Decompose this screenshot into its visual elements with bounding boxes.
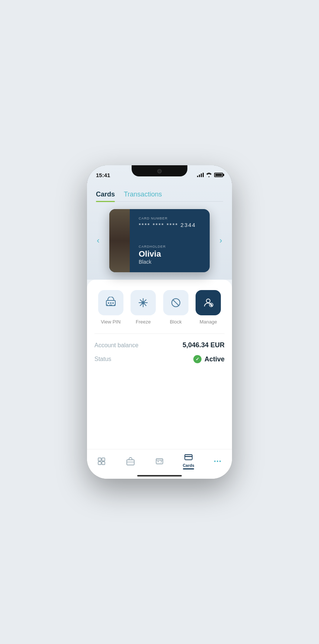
tabs-container: Cards Transactions [87,182,232,201]
carousel-next-button[interactable]: › [213,233,228,248]
card-number-section: CARD NUMBER **** **** **** 2344 [139,217,201,228]
nav-cards-label: Cards [183,463,194,468]
svg-point-30 [217,461,218,462]
status-time: 15:41 [96,169,110,178]
manage-icon [202,297,214,309]
svg-point-2 [110,302,112,304]
top-section: Cards Transactions ‹ CARD NUMBER **** **… [87,165,232,280]
nav-briefcase[interactable] [116,457,145,466]
nav-transfer[interactable] [145,457,174,466]
nav-active-indicator [183,468,194,469]
svg-rect-20 [102,458,105,461]
phone-frame: 15:41 [87,165,232,479]
block-label: Block [170,319,182,325]
status-dot-icon [193,355,202,363]
card-holder-first-name: Olivia [139,249,201,259]
nav-more[interactable] [203,457,232,466]
card-stripe [109,209,130,272]
tab-transactions[interactable]: Transactions [124,188,162,201]
card-number-label: CARD NUMBER [139,217,201,220]
freeze-icon-wrap [130,290,156,315]
card-number: **** **** **** 2344 [139,222,201,228]
balance-row: Account balance 5,046.34 EUR [94,341,225,349]
credit-card[interactable]: CARD NUMBER **** **** **** 2344 CARDHOLD… [109,209,210,272]
svg-rect-23 [127,460,134,465]
view-pin-button[interactable]: View PIN [98,290,123,325]
svg-point-18 [210,304,212,306]
svg-line-13 [173,300,179,306]
card-holder-section: CARDHOLDER Olivia Black [139,245,201,265]
balance-label: Account balance [94,342,138,349]
camera [157,169,162,173]
svg-point-1 [108,302,109,304]
carousel-prev-button[interactable]: ‹ [91,233,106,248]
view-pin-icon-wrap [98,290,123,315]
svg-rect-25 [156,459,163,464]
battery-icon [214,173,223,177]
svg-rect-22 [102,462,105,465]
block-button[interactable]: Block [163,290,188,325]
briefcase-icon [126,457,135,466]
action-buttons-row: View PIN Freeze [94,290,225,325]
view-pin-icon [105,297,117,309]
status-icons [197,170,223,177]
status-label: Status [94,356,111,362]
card-content: CARD NUMBER **** **** **** 2344 CARDHOLD… [139,217,201,265]
svg-point-29 [214,461,216,462]
bottom-nav: Cards [87,449,232,479]
cards-nav-icon [184,453,193,462]
svg-point-31 [219,461,221,462]
card-holder-label: CARDHOLDER [139,245,201,248]
divider [94,334,225,334]
svg-point-14 [206,299,210,303]
manage-button[interactable]: Manage [196,290,221,325]
freeze-icon [137,297,149,309]
tab-cards[interactable]: Cards [96,188,115,201]
svg-point-3 [112,302,114,304]
signal-bars-icon [197,173,204,177]
phone-content: 15:41 [87,165,232,479]
card-carousel: ‹ CARD NUMBER **** **** **** 2344 CARDHO… [87,202,232,280]
svg-rect-19 [98,458,101,461]
home-indicator [137,475,182,477]
manage-label: Manage [200,319,217,325]
view-pin-label: View PIN [101,319,120,325]
block-icon [170,297,182,309]
svg-rect-21 [98,462,101,465]
freeze-label: Freeze [136,319,151,325]
block-icon-wrap [163,290,188,315]
status-row: Status Active [94,355,225,363]
card-holder-last-name: Black [139,259,201,265]
nav-cards[interactable]: Cards [174,453,203,469]
status-active-value: Active [204,355,225,363]
more-icon [213,457,222,466]
manage-icon-wrap [196,290,221,315]
balance-value: 5,046.34 EUR [183,341,225,349]
status-value-wrap: Active [193,355,225,363]
transfer-icon [155,457,164,466]
home-icon [97,457,106,466]
wifi-icon [206,173,212,177]
nav-home[interactable] [87,457,116,466]
notch [132,165,187,176]
freeze-button[interactable]: Freeze [130,290,156,325]
svg-rect-27 [185,455,192,460]
